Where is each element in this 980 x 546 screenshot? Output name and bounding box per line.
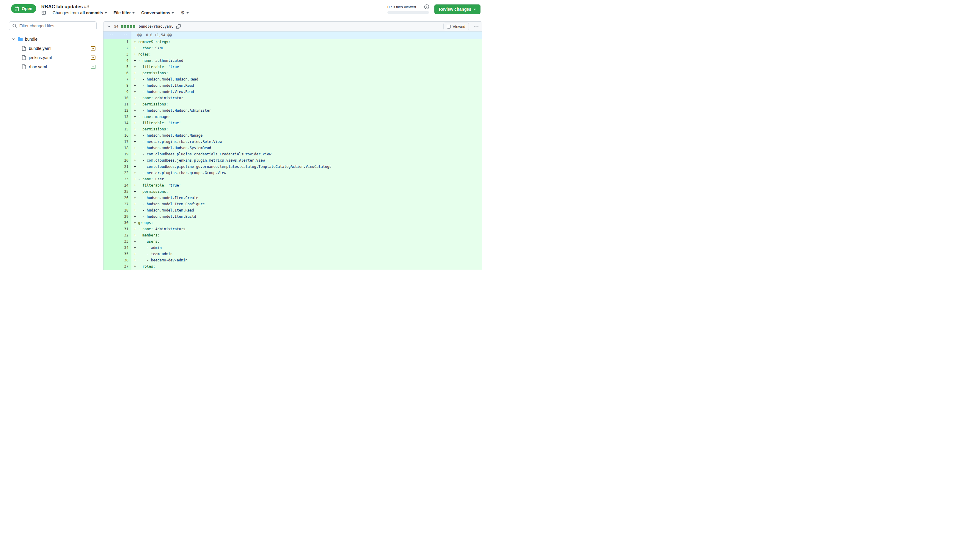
old-line-number[interactable] (103, 245, 118, 251)
old-line-number[interactable] (103, 108, 118, 114)
new-line-number[interactable]: 1 (118, 39, 131, 45)
old-line-number[interactable] (103, 64, 118, 70)
old-line-number[interactable] (103, 207, 118, 214)
old-line-number[interactable] (103, 226, 118, 232)
old-line-number[interactable] (103, 83, 118, 89)
tree-folder-bundle[interactable]: bundle (9, 35, 97, 44)
new-line-number[interactable]: 37 (118, 263, 131, 270)
new-line-number[interactable]: 31 (118, 226, 131, 232)
old-line-number[interactable] (103, 232, 118, 238)
old-line-number[interactable] (103, 163, 118, 170)
old-line-number[interactable] (103, 257, 118, 263)
code-line: + rbac: SYNC (131, 45, 482, 51)
old-line-number[interactable] (103, 45, 118, 51)
old-line-number[interactable] (103, 170, 118, 176)
old-line-number[interactable] (103, 263, 118, 270)
expand-hunk-up-icon[interactable]: ··· (103, 32, 118, 39)
old-line-number[interactable] (103, 157, 118, 163)
old-line-number[interactable] (103, 95, 118, 101)
old-line-number[interactable] (103, 238, 118, 245)
old-line-number[interactable] (103, 139, 118, 145)
new-line-number[interactable]: 36 (118, 257, 131, 263)
new-line-number[interactable]: 6 (118, 70, 131, 76)
old-line-number[interactable] (103, 76, 118, 83)
new-line-number[interactable]: 30 (118, 220, 131, 226)
new-line-number[interactable]: 34 (118, 245, 131, 251)
collapse-file-button[interactable] (106, 24, 111, 29)
old-line-number[interactable] (103, 51, 118, 58)
new-line-number[interactable]: 26 (118, 195, 131, 201)
new-line-number[interactable]: 27 (118, 201, 131, 207)
code-line: + groups: (131, 220, 482, 226)
new-line-number[interactable]: 5 (118, 64, 131, 70)
new-line-number[interactable]: 9 (118, 89, 131, 95)
new-line-number[interactable]: 20 (118, 157, 131, 163)
new-line-number[interactable]: 13 (118, 114, 131, 120)
new-line-number[interactable]: 21 (118, 163, 131, 170)
old-line-number[interactable] (103, 189, 118, 195)
new-line-number[interactable]: 4 (118, 58, 131, 64)
old-line-number[interactable] (103, 214, 118, 220)
new-line-number[interactable]: 12 (118, 108, 131, 114)
tree-file-bundle-yaml[interactable]: bundle.yaml (9, 44, 97, 53)
new-line-number[interactable]: 25 (118, 189, 131, 195)
code-line: + - hudson.model.View.Read (131, 89, 482, 95)
new-line-number[interactable]: 15 (118, 126, 131, 132)
old-line-number[interactable] (103, 126, 118, 132)
copy-file-path-button[interactable] (176, 24, 181, 29)
new-line-number[interactable]: 16 (118, 132, 131, 139)
old-line-number[interactable] (103, 220, 118, 226)
new-line-number[interactable]: 11 (118, 101, 131, 108)
info-icon[interactable] (424, 5, 429, 9)
old-line-number[interactable] (103, 39, 118, 45)
code-line: + - nectar.plugins.rbac.groups.Group.Vie… (131, 170, 482, 176)
old-line-number[interactable] (103, 151, 118, 157)
review-changes-button[interactable]: Review changes (434, 5, 480, 14)
code-line: + - name: user (131, 176, 482, 183)
new-line-number[interactable]: 3 (118, 51, 131, 58)
conversations-menu[interactable]: Conversations (141, 10, 174, 15)
new-line-number[interactable]: 32 (118, 232, 131, 238)
old-line-number[interactable] (103, 195, 118, 201)
new-line-number[interactable]: 28 (118, 207, 131, 214)
viewed-checkbox[interactable] (447, 25, 451, 29)
expand-hunk-down-icon[interactable]: ··· (118, 32, 131, 39)
new-line-number[interactable]: 29 (118, 214, 131, 220)
new-line-number[interactable]: 18 (118, 145, 131, 151)
tree-file-rbac-yaml[interactable]: rbac.yaml (9, 62, 97, 71)
filter-changed-files-input[interactable] (19, 24, 93, 28)
changes-from-menu[interactable]: Changes from all commits (52, 10, 107, 15)
file-filter-menu[interactable]: File filter (114, 10, 135, 15)
new-line-number[interactable]: 35 (118, 251, 131, 257)
viewed-toggle-button[interactable]: Viewed (443, 22, 469, 30)
old-line-number[interactable] (103, 101, 118, 108)
old-line-number[interactable] (103, 132, 118, 139)
old-line-number[interactable] (103, 183, 118, 189)
old-line-number[interactable] (103, 145, 118, 151)
new-line-number[interactable]: 19 (118, 151, 131, 157)
new-line-number[interactable]: 7 (118, 76, 131, 83)
old-line-number[interactable] (103, 89, 118, 95)
old-line-number[interactable] (103, 176, 118, 183)
file-options-kebab-button[interactable] (473, 24, 479, 29)
old-line-number[interactable] (103, 201, 118, 207)
collapse-sidebar-button[interactable] (41, 10, 46, 15)
diff-settings-menu[interactable]: ⚙ (180, 10, 189, 15)
diffstat-added-block (130, 25, 132, 28)
tree-file-jenkins-yaml[interactable]: jenkins.yaml (9, 53, 97, 62)
old-line-number[interactable] (103, 251, 118, 257)
old-line-number[interactable] (103, 58, 118, 64)
new-line-number[interactable]: 2 (118, 45, 131, 51)
diff-addition-row: 7+ - hudson.model.Hudson.Read (103, 76, 482, 83)
new-line-number[interactable]: 24 (118, 183, 131, 189)
new-line-number[interactable]: 23 (118, 176, 131, 183)
new-line-number[interactable]: 10 (118, 95, 131, 101)
old-line-number[interactable] (103, 114, 118, 120)
new-line-number[interactable]: 14 (118, 120, 131, 126)
old-line-number[interactable] (103, 120, 118, 126)
new-line-number[interactable]: 17 (118, 139, 131, 145)
new-line-number[interactable]: 33 (118, 238, 131, 245)
new-line-number[interactable]: 22 (118, 170, 131, 176)
old-line-number[interactable] (103, 70, 118, 76)
new-line-number[interactable]: 8 (118, 83, 131, 89)
